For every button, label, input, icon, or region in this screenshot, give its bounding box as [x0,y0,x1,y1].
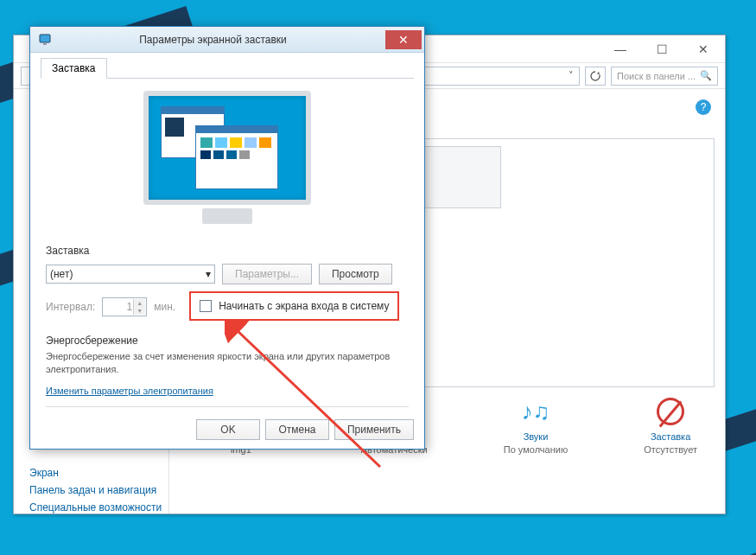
link-label: Звуки [524,431,549,442]
interval-unit: мин. [154,301,175,313]
select-value: (нет) [50,268,73,280]
maximize-button[interactable]: ☐ [642,40,682,59]
side-link-taskbar[interactable]: Панель задач и навигация [14,482,168,499]
dialog-buttons: OK Отмена Применить [196,419,414,440]
link-sub: Отсутствует [644,444,697,455]
chevron-down-icon: ▾ [206,268,211,280]
power-text: Энергосбережение за счет изменения яркос… [46,350,409,377]
refresh-button[interactable] [585,67,606,86]
tab-strip: Заставка [41,58,414,79]
power-heading: Энергосбережение [46,335,409,347]
breadcrumb-dropdown[interactable]: ˅ [569,70,574,81]
ok-button[interactable]: OK [196,419,260,440]
dialog-titlebar: Параметры экранной заставки ✕ [30,27,424,53]
highlighted-option: Начинать с экрана входа в систему [189,291,399,321]
link-sounds[interactable]: ♪♫ Звуки По умолчанию [504,394,568,455]
dialog-title: Параметры экранной заставки [61,34,365,46]
preview-button[interactable]: Просмотр [319,264,392,284]
dialog-close-button[interactable]: ✕ [385,30,422,49]
dialog-icon [37,31,54,48]
spin-down[interactable]: ▼ [133,307,145,315]
side-link-screen[interactable]: Экран [14,464,168,482]
search-input[interactable]: Поиск в панели ... 🔍 [611,67,718,86]
resume-login-checkbox[interactable] [200,300,212,312]
power-link[interactable]: Изменить параметры электропитания [46,386,213,396]
help-icon[interactable]: ? [696,99,711,115]
minimize-button[interactable]: — [600,40,640,59]
screensaver-select[interactable]: (нет) ▾ [46,265,215,284]
link-screensaver[interactable]: Заставка Отсутствует [644,394,697,455]
spin-up[interactable]: ▲ [133,299,145,307]
svg-rect-1 [43,43,47,45]
close-button[interactable]: ✕ [683,40,723,59]
search-placeholder: Поиск в панели ... [617,71,696,81]
params-button[interactable]: Параметры... [222,264,312,284]
screensaver-label: Заставка [46,245,414,257]
link-label: Заставка [651,431,690,442]
checkbox-label: Начинать с экрана входа в систему [219,300,389,312]
theme-item[interactable] [412,146,507,222]
interval-input[interactable]: 1 ▲▼ [102,297,147,316]
preview-area [41,79,414,239]
interval-value: 1 [127,301,133,313]
side-link-accessibility[interactable]: Специальные возможности [14,499,168,516]
apply-button[interactable]: Применить [334,419,414,440]
monitor-preview [143,91,311,229]
cancel-button[interactable]: Отмена [265,419,329,440]
screensaver-dialog: Параметры экранной заставки ✕ Заставка [29,26,425,450]
svg-rect-0 [40,35,50,42]
link-sub: По умолчанию [504,444,568,455]
interval-label: Интервал: [46,301,95,313]
tab-screensaver[interactable]: Заставка [41,58,107,79]
